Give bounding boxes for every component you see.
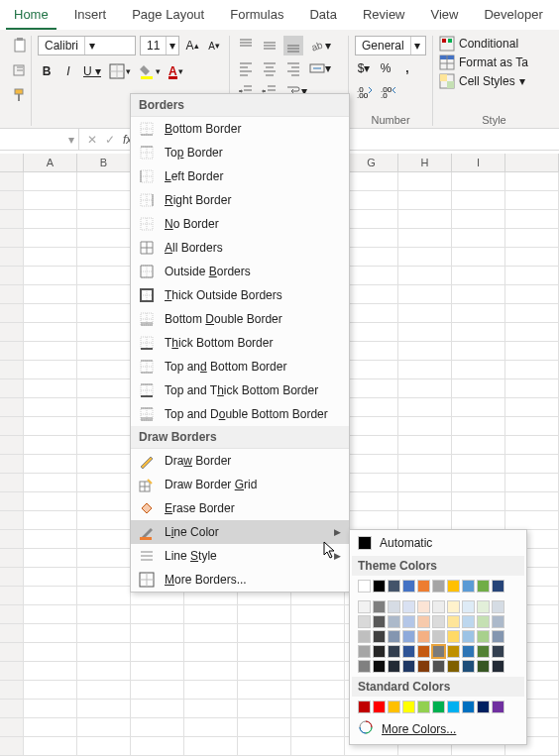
accounting-format-button[interactable]: $▾	[355, 58, 373, 78]
column-header[interactable]: H	[398, 154, 452, 171]
cancel-icon[interactable]: ✕	[87, 133, 97, 147]
italic-button[interactable]: I	[59, 61, 77, 81]
fill-color-button[interactable]: ▾	[137, 61, 163, 81]
color-swatch[interactable]	[462, 645, 475, 658]
border-menu-item[interactable]: Bottom Border	[131, 117, 349, 141]
color-swatch[interactable]	[477, 701, 490, 713]
color-swatch[interactable]	[477, 645, 490, 658]
color-swatch[interactable]	[402, 615, 415, 628]
color-swatch[interactable]	[417, 701, 430, 713]
underline-button[interactable]: U ▾	[81, 61, 103, 81]
color-swatch[interactable]	[388, 701, 400, 713]
border-menu-item[interactable]: Outside Borders	[131, 260, 349, 283]
color-swatch[interactable]	[462, 580, 475, 593]
format-as-table-button[interactable]: Format as Ta	[439, 54, 549, 70]
tab-home[interactable]: Home	[6, 4, 56, 30]
name-box[interactable]: ▾	[0, 129, 79, 150]
color-swatch[interactable]	[358, 630, 371, 643]
color-swatch[interactable]	[417, 600, 430, 613]
color-swatch[interactable]	[373, 615, 386, 628]
align-bottom-button[interactable]	[283, 36, 303, 55]
color-swatch[interactable]	[432, 630, 445, 643]
color-swatch[interactable]	[447, 630, 460, 643]
increase-decimal-button[interactable]: .0.00	[355, 81, 375, 101]
border-menu-item[interactable]: Thick Outside Borders	[131, 283, 349, 307]
decrease-decimal-button[interactable]: .00.0	[379, 81, 398, 101]
enter-icon[interactable]: ✓	[105, 133, 115, 147]
color-swatch[interactable]	[432, 600, 445, 613]
color-swatch[interactable]	[432, 660, 445, 673]
color-swatch[interactable]	[462, 660, 475, 673]
border-menu-item[interactable]: Right Border	[131, 188, 349, 212]
paste-button[interactable]	[10, 36, 30, 55]
color-swatch[interactable]	[417, 615, 430, 628]
column-header[interactable]: I	[452, 154, 505, 171]
color-swatch[interactable]	[388, 630, 400, 643]
color-swatch[interactable]	[388, 645, 400, 658]
increase-font-button[interactable]: A▴	[183, 36, 201, 55]
color-swatch[interactable]	[492, 645, 504, 658]
color-swatch[interactable]	[358, 645, 371, 658]
color-swatch[interactable]	[373, 645, 386, 658]
border-menu-item[interactable]: Top Border	[131, 141, 349, 164]
border-menu-item[interactable]: All Borders	[131, 236, 349, 260]
tab-insert[interactable]: Insert	[66, 4, 115, 30]
color-swatch[interactable]	[358, 615, 371, 628]
tab-formulas[interactable]: Formulas	[222, 4, 291, 30]
color-swatch[interactable]	[492, 580, 504, 593]
chevron-down-icon[interactable]: ▾	[166, 37, 178, 54]
color-swatch[interactable]	[447, 701, 460, 713]
color-swatch[interactable]	[388, 660, 400, 673]
automatic-color-item[interactable]: Automatic	[352, 534, 524, 554]
color-swatch[interactable]	[492, 630, 504, 643]
color-swatch[interactable]	[358, 580, 371, 593]
color-swatch[interactable]	[477, 630, 490, 643]
conditional-formatting-button[interactable]: Conditional	[439, 36, 549, 52]
tab-data[interactable]: Data	[301, 4, 344, 30]
border-menu-item[interactable]: Left Border	[131, 164, 349, 188]
decrease-font-button[interactable]: A▾	[205, 36, 223, 55]
bold-button[interactable]: B	[38, 61, 56, 81]
chevron-down-icon[interactable]: ▾	[84, 37, 98, 54]
tab-view[interactable]: View	[423, 4, 467, 30]
color-swatch[interactable]	[462, 630, 475, 643]
border-menu-item[interactable]: Draw Border Grid	[131, 473, 349, 496]
color-swatch[interactable]	[417, 645, 430, 658]
column-header[interactable]: G	[345, 154, 398, 171]
border-menu-item[interactable]: Top and Bottom Border	[131, 355, 349, 378]
color-swatch[interactable]	[492, 615, 504, 628]
color-swatch[interactable]	[402, 645, 415, 658]
tab-developer[interactable]: Developer	[476, 4, 550, 30]
color-swatch[interactable]	[358, 600, 371, 613]
border-menu-item[interactable]: Bottom Double Border	[131, 307, 349, 331]
color-swatch[interactable]	[358, 660, 371, 673]
color-swatch[interactable]	[447, 580, 460, 593]
border-menu-item[interactable]: Top and Double Bottom Border	[131, 402, 349, 426]
orientation-button[interactable]: ab▾	[307, 36, 333, 55]
color-swatch[interactable]	[462, 701, 475, 713]
border-menu-item[interactable]: Erase Border	[131, 496, 349, 520]
percent-button[interactable]: %	[377, 58, 394, 78]
format-painter-button[interactable]	[10, 85, 30, 105]
color-swatch[interactable]	[373, 701, 386, 713]
color-swatch[interactable]	[447, 615, 460, 628]
color-swatch[interactable]	[373, 580, 386, 593]
chevron-down-icon[interactable]: ▾	[410, 37, 424, 54]
color-swatch[interactable]	[432, 645, 445, 658]
color-swatch[interactable]	[402, 580, 415, 593]
color-swatch[interactable]	[373, 600, 386, 613]
color-swatch[interactable]	[477, 580, 490, 593]
border-menu-item[interactable]: More Borders...	[131, 568, 349, 592]
tab-review[interactable]: Review	[355, 4, 413, 30]
color-swatch[interactable]	[373, 630, 386, 643]
color-swatch[interactable]	[402, 660, 415, 673]
line-color-menu-item[interactable]: Line Color▶	[131, 520, 349, 544]
select-all-corner[interactable]	[0, 154, 24, 171]
border-menu-item[interactable]: Line Style▶	[131, 544, 349, 568]
align-left-button[interactable]	[236, 58, 256, 78]
border-menu-item[interactable]: Top and Thick Bottom Border	[131, 378, 349, 402]
border-menu-item[interactable]: Draw Border	[131, 449, 349, 473]
align-top-button[interactable]	[236, 36, 256, 55]
color-swatch[interactable]	[447, 600, 460, 613]
number-format-combo[interactable]: General ▾	[355, 36, 426, 55]
